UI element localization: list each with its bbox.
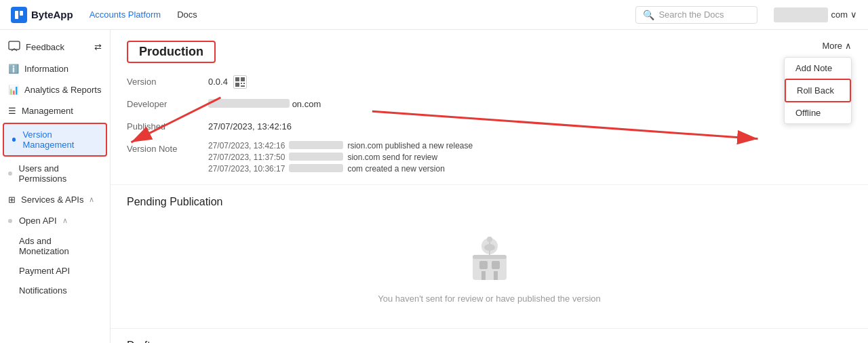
sidebar-item-users-permissions[interactable]: Users and Permissions xyxy=(0,158,110,189)
dot-icon xyxy=(8,172,12,176)
management-icon: ☰ xyxy=(8,106,16,116)
svg-rect-19 xyxy=(494,271,498,280)
developer-label: Developer xyxy=(127,96,208,112)
note-line-3: 27/07/2023, 10:36:17 com created a new v… xyxy=(208,164,852,174)
note-time-2: 27/07/2023, 11:37:50 xyxy=(208,153,285,162)
sidebar-item-payment-api[interactable]: Payment API xyxy=(0,261,110,281)
sidebar-item-label: Open API xyxy=(19,216,57,226)
empty-illustration xyxy=(459,233,520,287)
main-layout: Feedback ⇄ ℹ️ Information 📊 Analytics & … xyxy=(0,30,868,343)
services-icon: ⊞ xyxy=(8,195,16,205)
user-area[interactable]: com ∨ xyxy=(774,7,857,22)
svg-rect-18 xyxy=(481,271,486,280)
svg-rect-15 xyxy=(473,256,507,280)
sidebar-header[interactable]: Feedback ⇄ xyxy=(0,35,110,58)
search-icon: 🔍 xyxy=(643,9,654,20)
svg-rect-1 xyxy=(20,11,23,16)
analytics-icon: 📊 xyxy=(8,85,19,95)
developer-blurred xyxy=(208,99,290,108)
version-notes: 27/07/2023, 13:42:16 rsion.com published… xyxy=(208,141,852,174)
sidebar-item-analytics[interactable]: 📊 Analytics & Reports xyxy=(0,79,110,100)
pending-section: Pending Publication You haven't sent for… xyxy=(111,185,868,328)
note-actor-1 xyxy=(289,141,343,149)
version-note-label: Version Note xyxy=(127,141,208,174)
roll-back-button[interactable]: Roll Back xyxy=(785,79,851,102)
svg-rect-16 xyxy=(479,261,488,269)
sidebar-item-notifications[interactable]: Notifications xyxy=(0,281,110,300)
version-value: 0.0.4 xyxy=(208,77,228,87)
note-action-1: rsion.com published a new release xyxy=(347,141,473,150)
draft-section: Draft xyxy=(111,328,868,343)
logo-icon xyxy=(11,7,27,23)
add-note-button[interactable]: Add Note xyxy=(785,58,851,79)
sidebar-item-label: Notifications xyxy=(19,285,67,296)
feedback-icon xyxy=(8,41,20,53)
more-button[interactable]: More ∧ xyxy=(822,41,852,51)
sidebar-item-label: Information xyxy=(24,64,68,74)
svg-rect-7 xyxy=(235,77,239,81)
information-icon: ℹ️ xyxy=(8,64,19,74)
sidebar-item-version-management[interactable]: Version Management xyxy=(3,123,107,157)
more-area: More ∧ Add Note Roll Back Offline xyxy=(822,41,852,51)
note-line-2: 27/07/2023, 11:37:50 sion.com send for r… xyxy=(208,153,852,162)
version-value-row: 0.0.4 xyxy=(208,74,852,89)
production-info-grid: Version 0.0.4 Developer on.com Published… xyxy=(127,74,852,174)
empty-state-text: You haven't sent for review or have publ… xyxy=(378,294,601,304)
sidebar-item-label: Users and Permissions xyxy=(19,163,102,184)
svg-rect-11 xyxy=(243,83,245,84)
chevron-up-icon: ∧ xyxy=(89,195,94,204)
sidebar-item-information[interactable]: ℹ️ Information xyxy=(0,58,110,79)
draft-title: Draft xyxy=(127,340,852,343)
developer-domain: on.com xyxy=(292,99,321,109)
nav-accounts-platform[interactable]: Accounts Platform xyxy=(90,9,161,20)
chevron-up-icon: ∧ xyxy=(62,216,68,225)
dot-icon xyxy=(8,219,12,223)
more-dropdown: Add Note Roll Back Offline xyxy=(784,57,852,124)
svg-rect-17 xyxy=(492,261,500,269)
sidebar-item-label: Management xyxy=(22,106,73,116)
published-label: Published xyxy=(127,119,208,134)
note-line-1: 27/07/2023, 13:42:16 rsion.com published… xyxy=(208,141,852,150)
sidebar-item-label: Ads and Monetization xyxy=(19,236,69,256)
note-actor-3 xyxy=(289,164,343,172)
note-action-2: sion.com send for review xyxy=(347,153,437,162)
production-section: Production Version xyxy=(111,30,868,185)
sidebar-item-label: Version Management xyxy=(22,129,98,150)
note-action-3: com created a new version xyxy=(347,164,444,174)
note-time-1: 27/07/2023, 13:42:16 xyxy=(208,141,285,150)
qr-icon[interactable] xyxy=(233,75,247,89)
main-content: Production Version xyxy=(111,30,868,343)
version-label: Version xyxy=(127,74,208,89)
sidebar-item-ads-monetization[interactable]: Ads and Monetization xyxy=(0,231,110,261)
sidebar-item-services-apis[interactable]: ⊞ Services & APIs ∧ xyxy=(0,189,110,210)
svg-rect-8 xyxy=(241,77,245,81)
user-label: com xyxy=(831,9,848,20)
sidebar-item-management[interactable]: ☰ Management xyxy=(0,100,110,121)
sidebar-item-label: Payment API xyxy=(19,266,70,276)
svg-rect-9 xyxy=(235,83,239,87)
sidebar-item-label: Analytics & Reports xyxy=(24,85,101,95)
offline-button[interactable]: Offline xyxy=(785,102,851,123)
empty-state: You haven't sent for review or have publ… xyxy=(127,219,852,317)
sidebar-header-left: Feedback xyxy=(8,41,64,53)
search-placeholder: Search the Docs xyxy=(658,9,724,20)
search-box[interactable]: 🔍 Search the Docs xyxy=(635,6,757,24)
production-title: Production xyxy=(127,41,216,63)
sidebar-header-label: Feedback xyxy=(26,42,64,52)
svg-rect-12 xyxy=(241,85,245,87)
published-value: 27/07/2023, 13:42:16 xyxy=(208,119,852,134)
note-actor-2 xyxy=(289,153,343,161)
nav-docs[interactable]: Docs xyxy=(177,9,197,20)
svg-point-21 xyxy=(487,237,492,242)
sidebar: Feedback ⇄ ℹ️ Information 📊 Analytics & … xyxy=(0,30,111,343)
user-avatar xyxy=(774,7,828,22)
user-chevron-icon: ∨ xyxy=(850,9,857,20)
more-chevron-icon: ∧ xyxy=(845,41,852,51)
sidebar-item-open-api[interactable]: Open API ∧ xyxy=(0,210,110,231)
logo: ByteApp xyxy=(11,7,73,23)
more-label: More xyxy=(822,41,842,51)
active-dot xyxy=(12,138,16,142)
note-time-3: 27/07/2023, 10:36:17 xyxy=(208,164,285,174)
top-nav: ByteApp Accounts Platform Docs 🔍 Search … xyxy=(0,0,868,30)
sidebar-collapse-icon[interactable]: ⇄ xyxy=(94,42,102,52)
